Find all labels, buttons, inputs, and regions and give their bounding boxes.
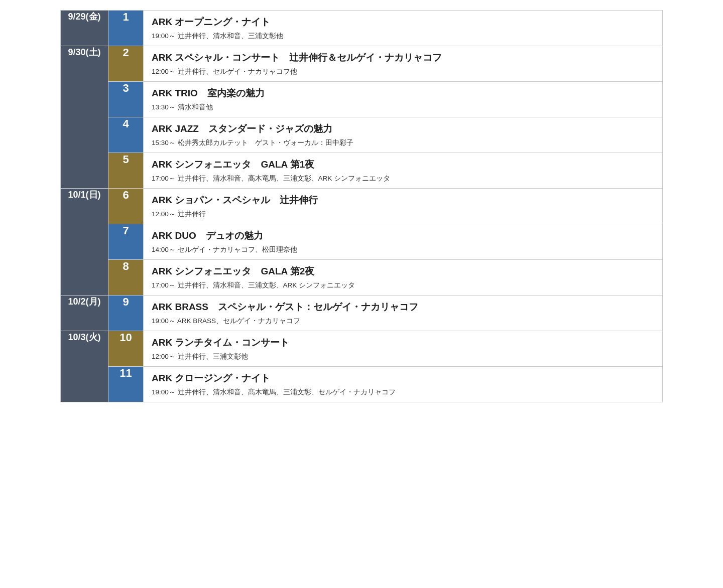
event-number: 4: [108, 117, 144, 153]
event-content: ARK TRIO 室内楽の魅力13:30～ 清水和音他: [144, 82, 663, 117]
event-title: ARK ランチタイム・コンサート: [144, 331, 662, 351]
event-title: ARK シンフォニエッタ GALA 第1夜: [144, 153, 662, 173]
event-number: 5: [108, 153, 144, 189]
event-content: ARK JAZZ スタンダード・ジャズの魅力15:30～ 松井秀太郎カルテット …: [144, 117, 663, 153]
table-row: 3ARK TRIO 室内楽の魅力13:30～ 清水和音他: [61, 82, 663, 117]
event-detail: 12:00～ 辻井伸行: [144, 209, 662, 224]
event-number: 2: [108, 46, 144, 82]
event-title: ARK シンフォニエッタ GALA 第2夜: [144, 260, 662, 280]
date-cell: 9/30(土): [61, 46, 108, 189]
event-content: ARK クロージング・ナイト19:00～ 辻井伸行、清水和音、髙木竜馬、三浦文彰…: [144, 367, 663, 402]
event-content: ARK シンフォニエッタ GALA 第2夜17:00～ 辻井伸行、清水和音、三浦…: [144, 260, 663, 296]
table-row: 4ARK JAZZ スタンダード・ジャズの魅力15:30～ 松井秀太郎カルテット…: [61, 117, 663, 153]
event-detail: 12:00～ 辻井伸行、セルゲイ・ナカリャコフ他: [144, 66, 662, 81]
event-number: 1: [108, 11, 144, 46]
table-row: 10/3(火)10ARK ランチタイム・コンサート12:00～ 辻井伸行、三浦文…: [61, 331, 663, 367]
date-cell: 10/3(火): [61, 331, 108, 402]
event-detail: 19:00～ 辻井伸行、清水和音、髙木竜馬、三浦文彰、セルゲイ・ナカリャコフ: [144, 387, 662, 402]
event-number: 7: [108, 224, 144, 260]
event-title: ARK ショパン・スペシャル 辻井伸行: [144, 189, 662, 209]
event-title: ARK JAZZ スタンダード・ジャズの魅力: [144, 117, 662, 137]
date-cell: 9/29(金): [61, 11, 108, 46]
table-row: 5ARK シンフォニエッタ GALA 第1夜17:00～ 辻井伸行、清水和音、髙…: [61, 153, 663, 189]
date-cell: 10/2(月): [61, 296, 108, 331]
event-number: 6: [108, 189, 144, 224]
event-title: ARK オープニング・ナイト: [144, 11, 662, 31]
event-content: ARK シンフォニエッタ GALA 第1夜17:00～ 辻井伸行、清水和音、髙木…: [144, 153, 663, 189]
event-number: 11: [108, 367, 144, 402]
table-row: 10/1(日)6ARK ショパン・スペシャル 辻井伸行12:00～ 辻井伸行: [61, 189, 663, 224]
event-content: ARK ショパン・スペシャル 辻井伸行12:00～ 辻井伸行: [144, 189, 663, 224]
event-number: 9: [108, 296, 144, 331]
event-detail: 13:30～ 清水和音他: [144, 102, 662, 117]
event-content: ARK BRASS スペシャル・ゲスト：セルゲイ・ナカリャコフ19:00～ AR…: [144, 296, 663, 331]
event-detail: 12:00～ 辻井伸行、三浦文彰他: [144, 351, 662, 366]
event-number: 3: [108, 82, 144, 117]
table-row: 11ARK クロージング・ナイト19:00～ 辻井伸行、清水和音、髙木竜馬、三浦…: [61, 367, 663, 402]
event-content: ARK オープニング・ナイト19:00～ 辻井伸行、清水和音、三浦文彰他: [144, 11, 663, 46]
event-title: ARK BRASS スペシャル・ゲスト：セルゲイ・ナカリャコフ: [144, 296, 662, 316]
event-number: 8: [108, 260, 144, 296]
event-title: ARK スペシャル・コンサート 辻井伸行＆セルゲイ・ナカリャコフ: [144, 46, 662, 66]
table-row: 7ARK DUO デュオの魅力14:00～ セルゲイ・ナカリャコフ、松田理奈他: [61, 224, 663, 260]
event-content: ARK ランチタイム・コンサート12:00～ 辻井伸行、三浦文彰他: [144, 331, 663, 367]
table-row: 9/29(金)1ARK オープニング・ナイト19:00～ 辻井伸行、清水和音、三…: [61, 11, 663, 46]
event-detail: 17:00～ 辻井伸行、清水和音、三浦文彰、ARK シンフォニエッタ: [144, 280, 662, 295]
event-title: ARK クロージング・ナイト: [144, 367, 662, 387]
schedule-table: 9/29(金)1ARK オープニング・ナイト19:00～ 辻井伸行、清水和音、三…: [60, 10, 663, 402]
table-row: 9/30(土)2ARK スペシャル・コンサート 辻井伸行＆セルゲイ・ナカリャコフ…: [61, 46, 663, 82]
event-title: ARK DUO デュオの魅力: [144, 224, 662, 244]
table-row: 8ARK シンフォニエッタ GALA 第2夜17:00～ 辻井伸行、清水和音、三…: [61, 260, 663, 296]
event-detail: 17:00～ 辻井伸行、清水和音、髙木竜馬、三浦文彰、ARK シンフォニエッタ: [144, 173, 662, 188]
event-content: ARK スペシャル・コンサート 辻井伸行＆セルゲイ・ナカリャコフ12:00～ 辻…: [144, 46, 663, 82]
event-detail: 14:00～ セルゲイ・ナカリャコフ、松田理奈他: [144, 244, 662, 259]
event-number: 10: [108, 331, 144, 367]
table-row: 10/2(月)9ARK BRASS スペシャル・ゲスト：セルゲイ・ナカリャコフ1…: [61, 296, 663, 331]
event-title: ARK TRIO 室内楽の魅力: [144, 82, 662, 102]
date-cell: 10/1(日): [61, 189, 108, 296]
event-detail: 15:30～ 松井秀太郎カルテット ゲスト・ヴォーカル：田中彩子: [144, 137, 662, 153]
event-detail: 19:00～ 辻井伸行、清水和音、三浦文彰他: [144, 31, 662, 46]
event-content: ARK DUO デュオの魅力14:00～ セルゲイ・ナカリャコフ、松田理奈他: [144, 224, 663, 260]
event-detail: 19:00～ ARK BRASS、セルゲイ・ナカリャコフ: [144, 316, 662, 331]
